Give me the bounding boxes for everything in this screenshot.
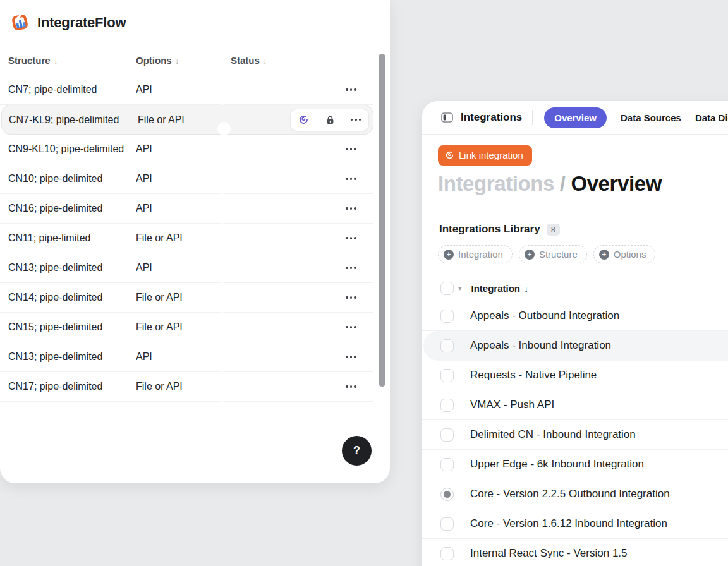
dot bbox=[354, 296, 356, 298]
dot bbox=[351, 119, 353, 121]
row-checkbox[interactable] bbox=[440, 339, 454, 352]
dot bbox=[350, 148, 352, 150]
column-header-status[interactable]: Status↓ bbox=[231, 55, 329, 66]
list-item[interactable]: Internal React Sync - Version 1.5 bbox=[422, 539, 728, 566]
toggle-knob bbox=[215, 240, 229, 253]
more-options-icon[interactable] bbox=[342, 382, 360, 391]
list-item[interactable]: Upper Edge - 6k Inbound Integration bbox=[422, 450, 728, 479]
table-row[interactable]: CN11; pipe-limitedFile or API bbox=[0, 224, 373, 253]
dot bbox=[354, 385, 356, 387]
add-filter-chip-integration[interactable]: +Integration bbox=[438, 245, 513, 263]
integration-column-label[interactable]: Integration bbox=[471, 283, 521, 294]
more-options-icon[interactable] bbox=[342, 203, 360, 213]
table-row[interactable]: CN13; pipe-delimitedAPI bbox=[0, 342, 373, 372]
integration-name: Appeals - Inbound Integration bbox=[470, 339, 611, 352]
column-header-structure[interactable]: Structure↓ bbox=[0, 55, 136, 66]
list-item[interactable]: Delimited CN - Inbound Integration bbox=[422, 420, 728, 450]
add-filter-chip-structure[interactable]: +Structure bbox=[519, 245, 587, 263]
integration-name: Core - Version 2.2.5 Outbound Integratio… bbox=[470, 488, 670, 500]
sort-desc-icon: ↓ bbox=[54, 56, 58, 66]
sort-desc-icon[interactable]: ↓ bbox=[524, 283, 529, 294]
dot bbox=[346, 207, 348, 209]
table-row[interactable]: CN16; pipe-delimitedAPI bbox=[0, 194, 373, 224]
more-options-icon[interactable] bbox=[342, 352, 360, 361]
row-checkbox[interactable] bbox=[440, 517, 454, 531]
more-options-icon[interactable] bbox=[342, 85, 360, 94]
chip-label: Structure bbox=[539, 249, 578, 260]
integration-name: Core - Version 1.6.12 Inbound Integratio… bbox=[470, 517, 667, 530]
column-header-options[interactable]: Options↓ bbox=[136, 55, 231, 66]
list-item[interactable]: Core - Version 1.6.12 Inbound Integratio… bbox=[422, 509, 728, 539]
dot bbox=[346, 385, 348, 387]
table-row[interactable]: CN17; pipe-delimitedFile or API bbox=[0, 372, 373, 402]
dot bbox=[350, 178, 352, 179]
dot bbox=[350, 296, 352, 298]
select-menu-caret-icon[interactable]: ▾ bbox=[458, 284, 462, 292]
app-title: IntegrateFlow bbox=[37, 15, 126, 31]
lock-action-button[interactable] bbox=[317, 109, 343, 131]
tab-overview[interactable]: Overview bbox=[544, 107, 607, 128]
more-options-icon[interactable] bbox=[342, 263, 360, 272]
more-options-icon[interactable] bbox=[342, 322, 360, 332]
more-options-icon[interactable] bbox=[347, 115, 365, 124]
toggle-knob bbox=[215, 329, 229, 342]
page-breadcrumb: Integrations / Overview bbox=[438, 172, 728, 196]
select-all-checkbox[interactable] bbox=[440, 282, 454, 295]
scrollbar-thumb[interactable] bbox=[379, 54, 385, 387]
table-row[interactable]: CN7-KL9; pipe-delimitedFile or API bbox=[1, 105, 373, 135]
dot bbox=[355, 119, 356, 121]
chip-label: Integration bbox=[458, 249, 503, 260]
dot bbox=[359, 119, 361, 121]
more-options-icon[interactable] bbox=[342, 233, 360, 243]
row-checkbox[interactable] bbox=[440, 399, 454, 412]
add-filter-chip-options[interactable]: +Options bbox=[593, 245, 656, 263]
sort-desc-icon: ↓ bbox=[175, 56, 179, 66]
table-row[interactable]: CN13; pipe-delimitedAPI bbox=[0, 253, 373, 283]
panel-toggle-icon[interactable] bbox=[441, 112, 453, 123]
row-checkbox[interactable] bbox=[440, 369, 454, 382]
structure-cell: CN7; pipe-delimited bbox=[0, 84, 136, 95]
row-checkbox[interactable] bbox=[440, 428, 454, 442]
structure-cell: CN14; pipe-delimited bbox=[0, 292, 136, 303]
row-checkbox[interactable] bbox=[440, 310, 454, 323]
list-item[interactable]: VMAX - Push API bbox=[422, 390, 728, 420]
list-item[interactable]: Core - Version 2.2.5 Outbound Integratio… bbox=[422, 479, 728, 509]
help-button[interactable]: ? bbox=[342, 436, 372, 466]
more-options-icon[interactable] bbox=[342, 144, 360, 154]
structure-cell: CN13; pipe-delimited bbox=[0, 262, 136, 274]
tab-data-sources[interactable]: Data Sources bbox=[621, 112, 681, 123]
more-options-icon[interactable] bbox=[342, 292, 360, 302]
row-checkbox[interactable] bbox=[440, 547, 454, 560]
dot bbox=[354, 178, 356, 179]
list-item[interactable]: Appeals - Inbound Integration bbox=[423, 331, 728, 361]
dot bbox=[346, 148, 348, 150]
row-action-group bbox=[290, 109, 369, 131]
structure-cell: CN10; pipe-delimited bbox=[0, 173, 136, 184]
toggle-knob bbox=[215, 270, 229, 283]
integrateflow-window: IntegrateFlow Structure↓Options↓Status↓ … bbox=[0, 0, 390, 483]
list-item[interactable]: Appeals - Outbound Integration bbox=[422, 301, 728, 331]
table-row[interactable]: CN7; pipe-delimitedAPI bbox=[0, 75, 373, 105]
row-checkbox[interactable] bbox=[440, 458, 454, 471]
table-row[interactable]: CN10; pipe-delimitedAPI bbox=[0, 164, 373, 194]
more-options-icon[interactable] bbox=[342, 174, 360, 183]
more-options-button[interactable] bbox=[343, 109, 368, 131]
dot bbox=[354, 356, 356, 358]
sync-action-button[interactable] bbox=[291, 109, 317, 131]
table-row[interactable]: CN15; pipe-delimitedFile or API bbox=[0, 313, 373, 342]
table-row[interactable]: CN14; pipe-delimitedFile or API bbox=[0, 283, 373, 313]
table-row[interactable]: CN9-KL10; pipe-delimitedAPI bbox=[0, 135, 373, 164]
link-icon bbox=[445, 150, 454, 160]
dot bbox=[354, 207, 356, 209]
app-header: IntegrateFlow bbox=[0, 0, 390, 45]
list-item[interactable]: Requests - Native Pipeline bbox=[422, 361, 728, 390]
dot bbox=[354, 267, 356, 268]
tab-data-dictionary[interactable]: Data Dictionary bbox=[695, 112, 728, 123]
dot bbox=[350, 326, 352, 328]
link-integration-button[interactable]: Link integration bbox=[438, 145, 532, 166]
integrateflow-logo-icon bbox=[9, 12, 30, 33]
column-header-label: Status bbox=[231, 55, 260, 66]
structure-cell: CN13; pipe-delimited bbox=[0, 351, 136, 363]
integration-name: VMAX - Push API bbox=[470, 399, 554, 411]
row-radio[interactable] bbox=[440, 488, 454, 501]
